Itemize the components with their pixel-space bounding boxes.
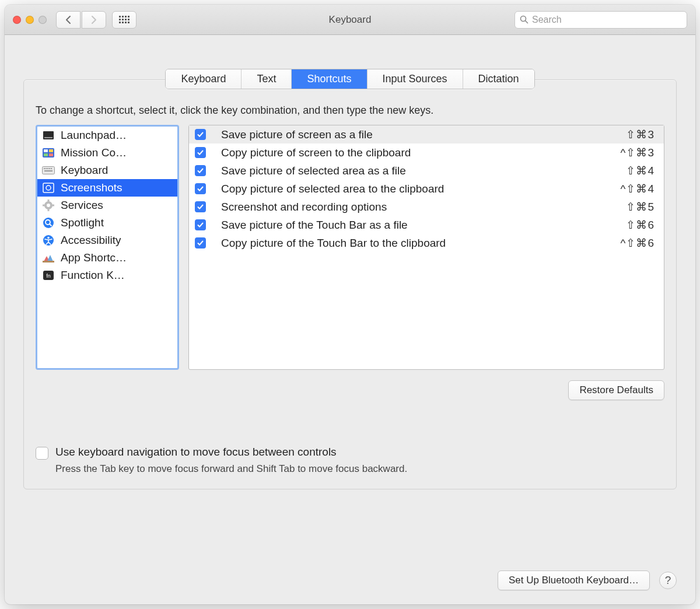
launchpad-icon <box>42 130 55 141</box>
svg-rect-12 <box>47 168 48 169</box>
shortcut-keys[interactable]: ⇧⌘6 <box>626 218 654 232</box>
sidebar-item-label: Function K… <box>61 269 125 282</box>
shortcut-checkbox[interactable] <box>195 237 206 249</box>
sidebar-item-launchpad[interactable]: Launchpad… <box>37 127 177 144</box>
svg-rect-6 <box>49 149 53 152</box>
keyboard-nav-label: Use keyboard navigation to move focus be… <box>55 446 407 459</box>
zoom-window-button[interactable] <box>38 16 47 24</box>
sidebar-item-gear[interactable]: Services <box>37 197 177 214</box>
search-input[interactable] <box>532 15 682 25</box>
keyboard-nav-hint: Press the Tab key to move focus forward … <box>55 463 407 475</box>
svg-rect-10 <box>44 168 45 169</box>
shortcut-keys[interactable]: ^⇧⌘4 <box>621 182 654 195</box>
help-icon: ? <box>665 574 671 587</box>
sidebar-item-screenshot[interactable]: Screenshots <box>37 179 177 197</box>
minimize-window-button[interactable] <box>26 16 34 24</box>
keyboard-nav-option: Use keyboard navigation to move focus be… <box>36 446 664 475</box>
svg-rect-8 <box>49 153 53 156</box>
close-window-button[interactable] <box>13 16 21 24</box>
tab-shortcuts[interactable]: Shortcuts <box>292 69 367 89</box>
shortcut-name: Save picture of screen as a file <box>221 128 626 141</box>
sidebar-item-label: Mission Co… <box>61 146 127 159</box>
shortcut-row[interactable]: Save picture of the Touch Bar as a file⇧… <box>189 216 664 234</box>
shortcut-name: Screenshot and recording options <box>221 201 626 214</box>
bottom-bar: Set Up Bluetooth Keyboard… ? <box>5 564 695 604</box>
svg-rect-11 <box>46 168 47 169</box>
shortcut-keys[interactable]: ^⇧⌘6 <box>621 236 654 250</box>
fn-icon: fn <box>42 270 55 281</box>
sidebar-item-label: Screenshots <box>61 181 123 194</box>
sidebar-item-label: Accessibility <box>61 234 121 247</box>
forward-button[interactable] <box>82 11 106 29</box>
shortcut-checkbox[interactable] <box>195 219 206 230</box>
svg-rect-29 <box>43 261 54 262</box>
shortcut-list[interactable]: Save picture of screen as a file⇧⌘3Copy … <box>188 125 664 370</box>
shortcut-keys[interactable]: ⇧⌘4 <box>626 164 654 177</box>
shortcut-checkbox[interactable] <box>195 165 206 176</box>
spotlight-icon <box>42 217 55 229</box>
svg-point-17 <box>46 186 51 190</box>
instruction-text: To change a shortcut, select it, click t… <box>36 104 664 117</box>
shortcut-keys[interactable]: ^⇧⌘3 <box>621 146 654 159</box>
bluetooth-keyboard-button[interactable]: Set Up Bluetooth Keyboard… <box>498 570 650 590</box>
titlebar: Keyboard <box>5 5 695 35</box>
tab-keyboard[interactable]: Keyboard <box>166 69 242 89</box>
shortcut-row[interactable]: Save picture of selected area as a file⇧… <box>189 162 664 180</box>
svg-rect-3 <box>44 137 52 138</box>
shortcut-checkbox[interactable] <box>195 129 206 140</box>
svg-rect-15 <box>44 170 52 172</box>
keyboard-nav-checkbox[interactable] <box>36 447 48 460</box>
shortcuts-panel: To change a shortcut, select it, click t… <box>23 79 677 489</box>
shortcut-checkbox[interactable] <box>195 147 206 158</box>
shortcut-row[interactable]: Screenshot and recording options⇧⌘5 <box>189 198 664 216</box>
shortcut-name: Save picture of selected area as a file <box>221 164 626 177</box>
svg-rect-7 <box>44 153 48 156</box>
sidebar-item-mission[interactable]: Mission Co… <box>37 144 177 162</box>
mission-icon <box>42 147 55 159</box>
tabs: KeyboardTextShortcutsInput SourcesDictat… <box>5 69 695 89</box>
svg-point-28 <box>47 237 50 239</box>
sidebar-item-label: Keyboard <box>61 164 108 177</box>
nav-buttons <box>56 11 106 29</box>
shortcut-row[interactable]: Copy picture of screen to the clipboard^… <box>189 144 664 162</box>
grid-icon <box>119 16 130 23</box>
split-view: Launchpad…Mission Co…KeyboardScreenshots… <box>36 125 664 370</box>
tab-input-sources[interactable]: Input Sources <box>368 69 463 89</box>
sidebar-item-label: Services <box>61 199 103 212</box>
tab-dictation[interactable]: Dictation <box>463 69 534 89</box>
preferences-window: Keyboard KeyboardTextShortcutsInput Sour… <box>5 5 695 604</box>
shortcut-keys[interactable]: ⇧⌘5 <box>626 200 654 214</box>
shortcut-keys[interactable]: ⇧⌘3 <box>626 128 654 141</box>
back-button[interactable] <box>56 11 80 29</box>
svg-point-19 <box>47 204 50 207</box>
sidebar-item-appshort[interactable]: App Shortc… <box>37 249 177 267</box>
svg-rect-14 <box>51 168 52 169</box>
svg-line-1 <box>526 21 528 23</box>
search-field[interactable] <box>514 11 687 29</box>
svg-rect-13 <box>49 168 50 169</box>
help-button[interactable]: ? <box>659 572 677 589</box>
shortcut-name: Copy picture of the Touch Bar to the cli… <box>221 237 621 250</box>
shortcut-row[interactable]: Save picture of screen as a file⇧⌘3 <box>189 125 664 144</box>
sidebar-item-label: Spotlight <box>61 216 104 229</box>
shortcut-name: Save picture of the Touch Bar as a file <box>221 219 626 232</box>
sidebar-item-accessibility[interactable]: Accessibility <box>37 232 177 249</box>
sidebar-item-keyboard[interactable]: Keyboard <box>37 162 177 179</box>
sidebar-item-spotlight[interactable]: Spotlight <box>37 214 177 232</box>
svg-rect-5 <box>44 149 48 152</box>
tab-text[interactable]: Text <box>242 69 292 89</box>
screenshot-icon <box>42 182 55 194</box>
window-controls <box>13 16 47 24</box>
shortcut-row[interactable]: Copy picture of selected area to the cli… <box>189 180 664 198</box>
shortcut-checkbox[interactable] <box>195 183 206 194</box>
accessibility-icon <box>42 235 55 246</box>
appshort-icon <box>42 252 55 264</box>
window-body: KeyboardTextShortcutsInput SourcesDictat… <box>5 35 695 604</box>
shortcut-checkbox[interactable] <box>195 201 206 212</box>
category-sidebar[interactable]: Launchpad…Mission Co…KeyboardScreenshots… <box>36 125 179 370</box>
search-icon <box>520 15 528 24</box>
show-all-button[interactable] <box>112 11 136 29</box>
sidebar-item-fn[interactable]: fnFunction K… <box>37 267 177 284</box>
restore-defaults-button[interactable]: Restore Defaults <box>568 380 664 400</box>
shortcut-row[interactable]: Copy picture of the Touch Bar to the cli… <box>189 234 664 252</box>
